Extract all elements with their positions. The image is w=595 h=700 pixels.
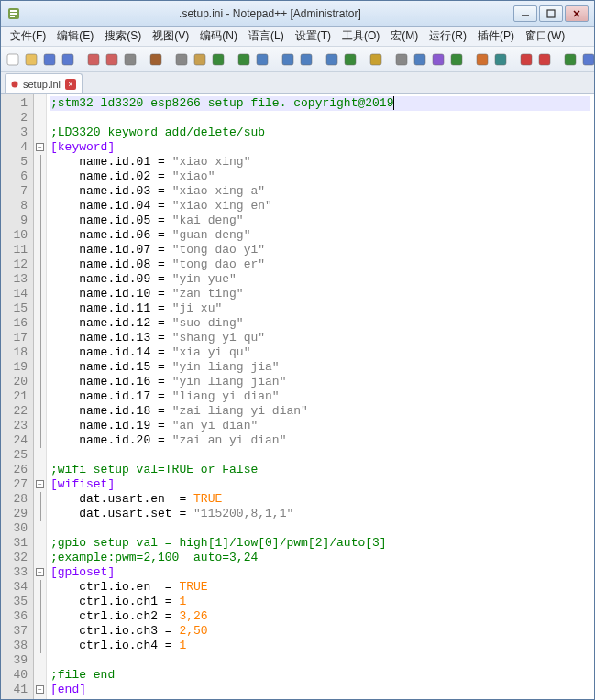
- fold-column[interactable]: −−−−: [34, 94, 47, 699]
- open-button[interactable]: [23, 49, 39, 70]
- func-button[interactable]: [474, 49, 490, 70]
- code-line[interactable]: name.id.09 = "yin yue": [50, 272, 590, 287]
- print-button[interactable]: [122, 49, 138, 70]
- code-line[interactable]: name.id.15 = "yin liang jia": [50, 360, 590, 375]
- maximize-button[interactable]: [539, 5, 563, 22]
- code-line[interactable]: [end]: [50, 683, 590, 697]
- close-all-icon: [105, 52, 119, 67]
- code-line[interactable]: ;example:pwm=2,100 auto=3,24: [50, 551, 590, 565]
- code-line[interactable]: ;wifi setup val=TRUE or False: [50, 463, 590, 477]
- code-line[interactable]: [wifiset]: [50, 477, 590, 492]
- menu-9[interactable]: 运行(R): [424, 27, 472, 46]
- map-button[interactable]: [580, 49, 595, 70]
- ws-button[interactable]: [393, 49, 410, 70]
- code-line[interactable]: name.id.02 = "xiao": [50, 170, 590, 184]
- code-line[interactable]: name.id.20 = "zai an yi dian": [50, 433, 590, 448]
- save-button[interactable]: [41, 49, 58, 70]
- folder-button[interactable]: [448, 49, 465, 70]
- code-line[interactable]: name.id.07 = "tong dao yi": [50, 243, 590, 257]
- code-area[interactable]: ;stm32 ld3320 esp8266 setup file. copyri…: [47, 94, 594, 699]
- svg-rect-23: [326, 54, 337, 65]
- code-line[interactable]: [50, 448, 590, 463]
- copy-button[interactable]: [173, 49, 190, 70]
- code-line[interactable]: dat.usart.set = "115200,8,1,1": [50, 507, 590, 521]
- code-line[interactable]: name.id.08 = "tong dao er": [50, 257, 590, 272]
- paste-button[interactable]: [192, 49, 208, 70]
- code-line[interactable]: ;stm32 ld3320 esp8266 setup file. copyri…: [50, 96, 590, 111]
- code-line[interactable]: name.id.19 = "an yi dian": [50, 419, 590, 433]
- comment-button[interactable]: [492, 49, 509, 70]
- hide-button[interactable]: [518, 49, 534, 70]
- code-line[interactable]: ;file end: [50, 668, 590, 683]
- line-number: 5: [3, 155, 28, 170]
- menu-3[interactable]: 视图(V): [147, 27, 194, 46]
- play-button[interactable]: [562, 49, 578, 70]
- menu-6[interactable]: 设置(T): [290, 27, 336, 46]
- line-number: 37: [3, 624, 28, 639]
- code-line[interactable]: [50, 521, 590, 536]
- tab-setup-ini[interactable]: setup.ini ×: [5, 73, 83, 93]
- code-line[interactable]: name.id.13 = "shang yi qu": [50, 331, 590, 345]
- code-line[interactable]: [50, 653, 590, 668]
- code-line[interactable]: name.id.17 = "liang yi dian": [50, 389, 590, 404]
- code-line[interactable]: name.id.16 = "yin liang jian": [50, 375, 590, 389]
- fold-toggle[interactable]: −: [36, 568, 44, 576]
- code-line[interactable]: [keyword]: [50, 140, 590, 155]
- code-line[interactable]: name.id.03 = "xiao xing a": [50, 184, 590, 199]
- code-line[interactable]: name.id.10 = "zan ting": [50, 287, 590, 301]
- fold-toggle[interactable]: −: [36, 685, 44, 694]
- wrap-button[interactable]: [368, 49, 384, 70]
- editor[interactable]: 1234567891011121314151617181920212223242…: [1, 94, 594, 699]
- menu-8[interactable]: 宏(M): [385, 27, 424, 46]
- find-button[interactable]: [254, 49, 270, 70]
- code-line[interactable]: ctrl.io.ch3 = 2,50: [50, 624, 590, 639]
- code-line[interactable]: [gpioset]: [50, 565, 590, 580]
- menu-2[interactable]: 搜索(S): [99, 27, 147, 46]
- code-line[interactable]: name.id.14 = "xia yi qu": [50, 345, 590, 360]
- close-button[interactable]: [565, 5, 589, 22]
- menu-7[interactable]: 工具(O): [336, 27, 385, 46]
- code-line[interactable]: ctrl.io.ch4 = 1: [50, 639, 590, 653]
- close-button[interactable]: [85, 49, 102, 70]
- sync-button[interactable]: [342, 49, 358, 70]
- code-line[interactable]: ;LD3320 keyword add/delete/sub: [50, 126, 590, 140]
- fold-toggle[interactable]: −: [36, 480, 44, 488]
- code-line[interactable]: name.id.11 = "ji xu": [50, 301, 590, 316]
- close-all-button[interactable]: [104, 49, 120, 70]
- indent-button[interactable]: [412, 49, 428, 70]
- menu-11[interactable]: 窗口(W): [520, 27, 570, 46]
- cut-button[interactable]: [148, 49, 164, 70]
- fold-toggle[interactable]: −: [36, 143, 44, 151]
- menu-0[interactable]: 文件(F): [5, 27, 51, 46]
- replace-button[interactable]: [280, 49, 296, 70]
- zoom-in-button[interactable]: [298, 49, 314, 70]
- code-line[interactable]: ctrl.io.en = TRUE: [50, 580, 590, 595]
- code-line[interactable]: ctrl.io.ch2 = 3,26: [50, 609, 590, 624]
- code-line[interactable]: ctrl.io.ch1 = 1: [50, 595, 590, 609]
- lang-button[interactable]: [430, 49, 446, 70]
- minimize-button[interactable]: [513, 5, 537, 22]
- line-number: 22: [3, 404, 28, 419]
- line-number: 10: [3, 228, 28, 243]
- undo-button[interactable]: [210, 49, 226, 70]
- menu-1[interactable]: 编辑(E): [51, 27, 99, 46]
- redo-button[interactable]: [236, 49, 252, 70]
- code-line[interactable]: name.id.18 = "zai liang yi dian": [50, 404, 590, 419]
- code-line[interactable]: [50, 111, 590, 126]
- save-all-button[interactable]: [60, 49, 76, 70]
- code-line[interactable]: ;gpio setup val = high[1]/low[0]/pwm[2]/…: [50, 536, 590, 551]
- new-button[interactable]: [5, 49, 21, 70]
- undo-icon: [211, 52, 226, 67]
- code-line[interactable]: name.id.12 = "suo ding": [50, 316, 590, 331]
- code-line[interactable]: name.id.06 = "guan deng": [50, 228, 590, 243]
- record-button[interactable]: [536, 49, 553, 70]
- code-line[interactable]: name.id.01 = "xiao xing": [50, 155, 590, 170]
- zoom-out-button[interactable]: [324, 49, 340, 70]
- tab-close-icon[interactable]: ×: [65, 79, 76, 90]
- menu-4[interactable]: 编码(N): [194, 27, 243, 46]
- menu-5[interactable]: 语言(L): [243, 27, 290, 46]
- code-line[interactable]: dat.usart.en = TRUE: [50, 492, 590, 507]
- code-line[interactable]: name.id.05 = "kai deng": [50, 213, 590, 228]
- menu-10[interactable]: 插件(P): [472, 27, 520, 46]
- code-line[interactable]: name.id.04 = "xiao xing en": [50, 199, 590, 213]
